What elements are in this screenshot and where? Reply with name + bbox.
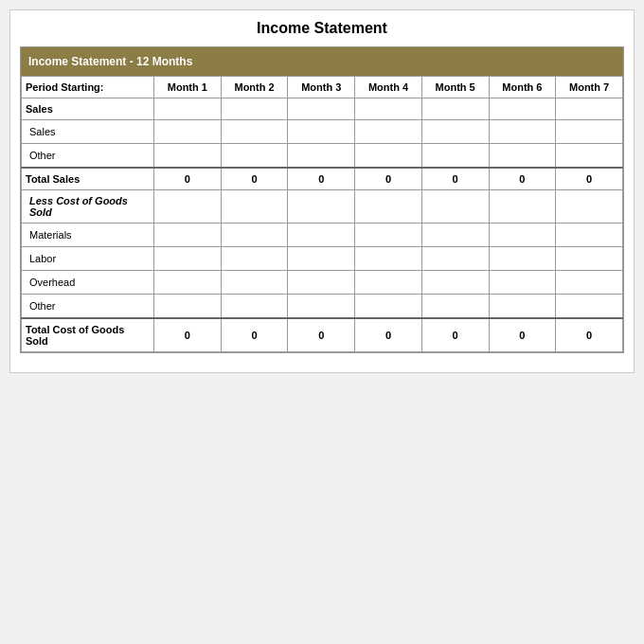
total-cogs-m1: 0	[154, 318, 222, 352]
overhead-m4[interactable]	[355, 271, 422, 295]
cogs-other-m5[interactable]	[421, 295, 489, 319]
overhead-row: Overhead	[22, 271, 623, 295]
sales-other-m2[interactable]	[221, 144, 288, 169]
total-sales-m7: 0	[556, 168, 623, 190]
sales-m4[interactable]	[355, 120, 422, 144]
col-header-month1: Month 1	[154, 77, 222, 98]
materials-label: Materials	[22, 224, 154, 247]
total-cogs-m6: 0	[489, 318, 556, 352]
sales-header-m6	[489, 98, 556, 120]
cogs-header-m2	[221, 190, 288, 224]
cogs-other-label: Other	[22, 295, 154, 319]
materials-m4[interactable]	[355, 224, 422, 247]
cogs-other-m7[interactable]	[556, 295, 623, 319]
total-cogs-m7: 0	[556, 318, 623, 352]
total-sales-m4: 0	[355, 168, 422, 190]
total-sales-m6: 0	[489, 168, 556, 190]
sales-header-m3	[288, 98, 355, 120]
labor-m3[interactable]	[288, 247, 355, 271]
sales-m3[interactable]	[288, 120, 355, 144]
cogs-header-m3	[288, 190, 355, 224]
sales-header-m1	[154, 98, 222, 120]
sales-other-m3[interactable]	[288, 144, 355, 169]
labor-m1[interactable]	[154, 247, 222, 271]
overhead-m2[interactable]	[221, 271, 288, 295]
sales-row: Sales	[22, 120, 623, 144]
cogs-other-m2[interactable]	[221, 295, 288, 319]
materials-m6[interactable]	[489, 224, 556, 247]
total-cogs-m2: 0	[221, 318, 288, 352]
sales-other-m7[interactable]	[556, 144, 623, 169]
total-sales-m1: 0	[154, 168, 222, 190]
total-sales-m3: 0	[288, 168, 355, 190]
overhead-m3[interactable]	[288, 271, 355, 295]
sales-header-label: Sales	[22, 98, 154, 120]
sales-row-label: Sales	[22, 120, 154, 144]
overhead-m5[interactable]	[421, 271, 489, 295]
labor-m5[interactable]	[421, 247, 489, 271]
col-header-month4: Month 4	[355, 77, 422, 98]
cogs-other-row: Other	[22, 295, 623, 319]
labor-m2[interactable]	[221, 247, 288, 271]
sales-m1[interactable]	[154, 120, 222, 144]
header-banner: Income Statement - 12 Months	[21, 47, 623, 76]
cogs-other-m1[interactable]	[154, 295, 222, 319]
materials-row: Materials	[22, 224, 623, 247]
page-title: Income Statement	[20, 20, 624, 37]
labor-row: Labor	[22, 247, 623, 271]
overhead-m7[interactable]	[556, 271, 623, 295]
labor-m4[interactable]	[355, 247, 422, 271]
sales-header-m4	[355, 98, 422, 120]
sales-m6[interactable]	[489, 120, 556, 144]
col-header-month6: Month 6	[489, 77, 556, 98]
sales-other-label: Other	[22, 144, 154, 169]
col-header-month5: Month 5	[421, 77, 489, 98]
total-sales-label: Total Sales	[22, 168, 154, 190]
col-header-month2: Month 2	[221, 77, 288, 98]
sales-section-header: Sales	[22, 98, 623, 120]
sales-m7[interactable]	[556, 120, 623, 144]
total-cogs-m5: 0	[421, 318, 489, 352]
col-header-month7: Month 7	[556, 77, 623, 98]
materials-m2[interactable]	[221, 224, 288, 247]
overhead-m6[interactable]	[489, 271, 556, 295]
total-cogs-row: Total Cost of GoodsSold 0 0 0 0 0 0 0	[22, 318, 623, 352]
materials-m3[interactable]	[288, 224, 355, 247]
cogs-header-m5	[421, 190, 489, 224]
materials-m7[interactable]	[556, 224, 623, 247]
labor-m7[interactable]	[556, 247, 623, 271]
sales-other-m5[interactable]	[421, 144, 489, 169]
income-statement-table: Period Starting: Month 1 Month 2 Month 3…	[21, 76, 623, 352]
table-container: Income Statement - 12 Months Period Star…	[20, 46, 624, 353]
total-cogs-m3: 0	[288, 318, 355, 352]
labor-label: Labor	[22, 247, 154, 271]
cogs-other-m4[interactable]	[355, 295, 422, 319]
labor-m6[interactable]	[489, 247, 556, 271]
cogs-other-m6[interactable]	[489, 295, 556, 319]
cogs-other-m3[interactable]	[288, 295, 355, 319]
materials-m1[interactable]	[154, 224, 222, 247]
cogs-section-header: Less Cost of GoodsSold	[22, 190, 623, 224]
cogs-header-m6	[489, 190, 556, 224]
sales-other-row: Other	[22, 144, 623, 169]
col-header-month3: Month 3	[288, 77, 355, 98]
cogs-header-m1	[154, 190, 222, 224]
total-cogs-m4: 0	[355, 318, 422, 352]
sales-other-m4[interactable]	[355, 144, 422, 169]
page-wrapper: Income Statement Income Statement - 12 M…	[9, 9, 635, 373]
sales-header-m7	[556, 98, 623, 120]
overhead-m1[interactable]	[154, 271, 222, 295]
sales-m2[interactable]	[221, 120, 288, 144]
cogs-header-label: Less Cost of GoodsSold	[22, 190, 154, 224]
total-sales-m2: 0	[221, 168, 288, 190]
sales-other-m6[interactable]	[489, 144, 556, 169]
sales-other-m1[interactable]	[154, 144, 222, 169]
total-cogs-label: Total Cost of GoodsSold	[22, 318, 154, 352]
total-sales-row: Total Sales 0 0 0 0 0 0 0	[22, 168, 623, 190]
total-sales-m5: 0	[421, 168, 489, 190]
sales-m5[interactable]	[421, 120, 489, 144]
col-header-label: Period Starting:	[22, 77, 154, 98]
materials-m5[interactable]	[421, 224, 489, 247]
sales-header-m2	[221, 98, 288, 120]
sales-header-m5	[421, 98, 489, 120]
